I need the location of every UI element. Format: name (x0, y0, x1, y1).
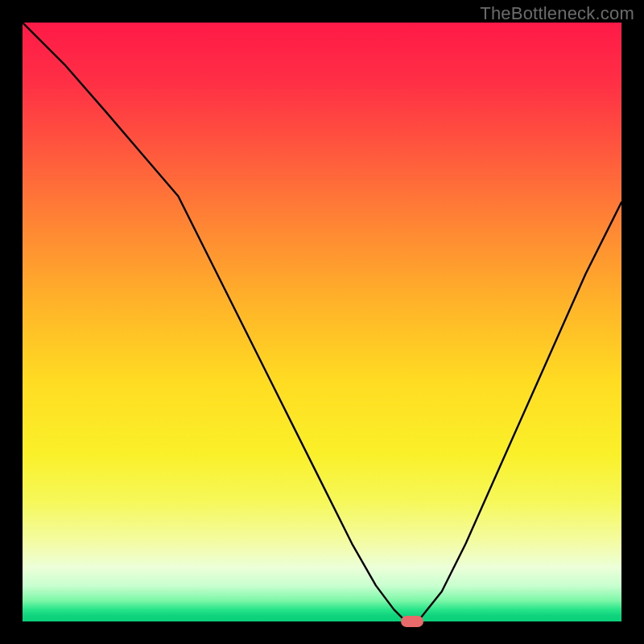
optimal-marker (401, 616, 423, 627)
watermark-text: TheBottleneck.com (480, 3, 634, 24)
chart-frame: TheBottleneck.com (0, 0, 644, 644)
plot-area (23, 23, 621, 621)
bottleneck-curve (23, 23, 621, 621)
